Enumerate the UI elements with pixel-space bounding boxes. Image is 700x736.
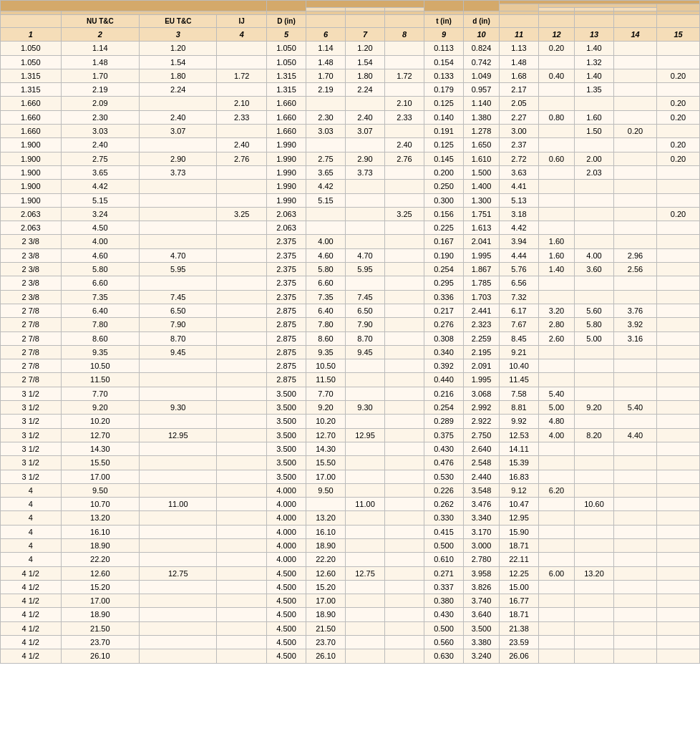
cell-32-5: 9.50 <box>306 483 346 497</box>
cell-1-14 <box>657 55 700 69</box>
cell-15-12: 4.00 <box>575 248 614 262</box>
sublabel-c15 <box>657 15 700 28</box>
cell-10-4: 1.990 <box>267 180 306 193</box>
cell-32-0: 4 <box>1 483 62 497</box>
cell-17-7 <box>385 276 424 290</box>
cell-15-0: 2 3/8 <box>1 248 62 262</box>
cell-33-0: 4 <box>1 498 62 511</box>
cell-12-6 <box>346 207 385 221</box>
cell-42-2 <box>140 621 217 635</box>
cell-5-13 <box>614 110 657 124</box>
cell-10-0: 1.900 <box>1 180 62 193</box>
cell-14-6 <box>346 235 385 248</box>
cell-7-8: 0.125 <box>424 138 464 152</box>
cell-18-0: 2 3/8 <box>1 290 62 304</box>
cell-16-13: 2.56 <box>614 263 657 276</box>
cell-15-1: 4.60 <box>61 248 140 262</box>
cell-21-8: 0.308 <box>424 331 464 345</box>
cell-33-13 <box>614 498 657 511</box>
cell-18-4: 2.375 <box>267 290 306 304</box>
cell-39-8: 0.337 <box>424 580 464 594</box>
cell-9-6: 3.73 <box>346 165 385 179</box>
cell-43-7 <box>385 636 424 649</box>
cell-19-2: 6.50 <box>140 304 217 317</box>
cell-35-4: 4.000 <box>267 525 306 538</box>
cell-24-12 <box>575 373 614 387</box>
cell-38-2: 12.75 <box>140 566 217 580</box>
cell-43-9: 3.380 <box>464 636 500 649</box>
cell-15-2: 4.70 <box>140 248 217 262</box>
cell-12-12 <box>575 207 614 221</box>
cell-42-3 <box>217 621 267 635</box>
cell-24-8: 0.440 <box>424 373 464 387</box>
plain-end-header <box>500 4 539 11</box>
cell-15-6: 4.70 <box>346 248 385 262</box>
cell-22-7 <box>385 345 424 359</box>
cell-19-4: 2.875 <box>267 304 306 317</box>
cell-5-5: 2.30 <box>306 110 346 124</box>
cell-44-4: 4.500 <box>267 649 306 663</box>
cell-37-4: 4.000 <box>267 553 306 566</box>
cell-7-12 <box>575 138 614 152</box>
cell-3-8: 0.179 <box>424 83 464 97</box>
data-table: NU T&C EU T&C IJ D (in) t (in) d (in) 1 … <box>0 0 700 664</box>
cell-0-12: 1.40 <box>575 42 614 55</box>
cell-4-12 <box>575 97 614 110</box>
cell-22-2: 9.45 <box>140 345 217 359</box>
cell-16-9: 1.867 <box>464 263 500 276</box>
cell-7-6 <box>346 138 385 152</box>
cell-16-14 <box>657 263 700 276</box>
cell-35-8: 0.415 <box>424 525 464 538</box>
cell-14-3 <box>217 235 267 248</box>
cell-12-3: 3.25 <box>217 207 267 221</box>
cell-28-2: 12.95 <box>140 428 217 442</box>
cell-22-8: 0.340 <box>424 345 464 359</box>
cell-2-10: 1.68 <box>500 69 539 82</box>
cell-40-10: 16.77 <box>500 594 539 608</box>
cell-13-13 <box>614 221 657 235</box>
cell-31-2 <box>140 470 217 483</box>
nominal-linear-masses-header <box>306 1 424 8</box>
cell-24-5: 11.50 <box>306 373 346 387</box>
cell-32-11: 6.20 <box>539 483 575 497</box>
cell-27-13 <box>614 415 657 428</box>
cell-21-6: 8.70 <box>346 331 385 345</box>
cell-36-2 <box>140 538 217 552</box>
cell-16-8: 0.254 <box>424 263 464 276</box>
cell-13-9: 1.613 <box>464 221 500 235</box>
cell-34-14 <box>657 511 700 525</box>
cell-10-3 <box>217 180 267 193</box>
cell-21-1: 8.60 <box>61 331 140 345</box>
cell-22-3 <box>217 345 267 359</box>
sublabel-c1 <box>1 15 62 28</box>
cell-34-0: 4 <box>1 511 62 525</box>
num-12: 12 <box>539 28 575 42</box>
cell-41-2 <box>140 608 217 621</box>
cell-28-9: 2.750 <box>464 428 500 442</box>
cell-39-7 <box>385 580 424 594</box>
cell-33-4: 4.000 <box>267 498 306 511</box>
cell-31-11 <box>539 470 575 483</box>
table-row: 2.0633.243.252.0633.250.1561.7513.180.20 <box>1 207 700 221</box>
cell-40-13 <box>614 594 657 608</box>
cell-31-4: 3.500 <box>267 470 306 483</box>
cell-36-0: 4 <box>1 538 62 552</box>
cell-38-12: 13.20 <box>575 566 614 580</box>
cell-2-11: 0.40 <box>539 69 575 82</box>
cell-28-4: 3.500 <box>267 428 306 442</box>
cell-37-10: 22.11 <box>500 553 539 566</box>
cell-37-0: 4 <box>1 553 62 566</box>
table-row: 3 1/217.003.50017.000.5302.44016.83 <box>1 470 700 483</box>
cell-10-6 <box>346 180 385 193</box>
cell-40-1: 17.00 <box>61 594 140 608</box>
cell-41-13 <box>614 608 657 621</box>
cell-2-14: 0.20 <box>657 69 700 82</box>
cell-26-11: 5.00 <box>539 401 575 415</box>
cell-29-12 <box>575 442 614 455</box>
cell-0-0: 1.050 <box>1 42 62 55</box>
cell-25-8: 0.216 <box>424 387 464 400</box>
cell-8-7: 2.76 <box>385 152 424 165</box>
cell-23-8: 0.392 <box>424 359 464 373</box>
cell-33-7 <box>385 498 424 511</box>
cell-11-4: 1.990 <box>267 193 306 207</box>
